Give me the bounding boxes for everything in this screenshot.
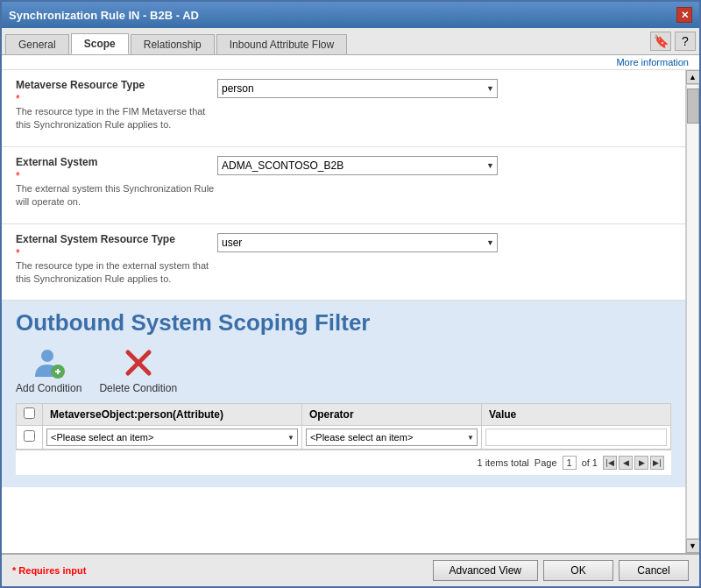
scroll-down-arrow[interactable]: ▼ bbox=[686, 539, 700, 553]
action-bar: Add Condition Delete Condition bbox=[16, 345, 671, 394]
scroll-up-arrow[interactable]: ▲ bbox=[686, 70, 700, 84]
filter-table: MetaverseObject:person(Attribute) Operat… bbox=[16, 403, 671, 450]
scroll-track[interactable] bbox=[686, 84, 699, 539]
cancel-button[interactable]: Cancel bbox=[619, 560, 689, 581]
more-info-link[interactable]: More information bbox=[2, 55, 699, 70]
attribute-select-container: <Please select an item> bbox=[46, 429, 298, 446]
external-system-section: External System * The external system th… bbox=[2, 147, 685, 224]
external-system-resource-type-row: External System Resource Type * The reso… bbox=[16, 233, 671, 292]
tab-icons: 🔖 ? bbox=[650, 32, 696, 54]
delete-condition-icon bbox=[121, 345, 156, 380]
add-condition-svg bbox=[32, 345, 67, 380]
table-header-row: MetaverseObject:person(Attribute) Operat… bbox=[17, 404, 671, 426]
metaverse-resource-type-select[interactable]: person bbox=[217, 79, 498, 98]
tab-relationship[interactable]: Relationship bbox=[131, 34, 215, 54]
window-title: Synchronization Rule IN - B2B - AD bbox=[9, 9, 199, 22]
metaverse-resource-type-section: Metaverse Resource Type * The resource t… bbox=[2, 70, 685, 147]
help-button[interactable]: ? bbox=[675, 32, 696, 51]
external-system-meta: External System * The external system th… bbox=[16, 156, 217, 215]
close-button[interactable]: ✕ bbox=[676, 7, 692, 23]
external-system-required: * bbox=[16, 170, 217, 182]
bottom-bar: * Requires input Advanced View OK Cancel bbox=[2, 553, 699, 586]
external-system-select-container: ADMA_SCONTOSO_B2B bbox=[217, 156, 498, 175]
first-page-button[interactable]: |◀ bbox=[603, 456, 617, 470]
delete-condition-label: Delete Condition bbox=[99, 382, 177, 394]
scrollbar: ▲ ▼ bbox=[685, 70, 699, 553]
ok-button[interactable]: OK bbox=[543, 560, 613, 581]
metaverse-resource-type-select-container: person bbox=[217, 79, 498, 98]
row-checkbox[interactable] bbox=[24, 430, 35, 442]
bottom-buttons: Advanced View OK Cancel bbox=[433, 560, 690, 581]
bookmark-button[interactable]: 🔖 bbox=[650, 32, 671, 51]
external-system-resource-type-required: * bbox=[16, 247, 217, 259]
col-header-value: Value bbox=[481, 404, 670, 426]
add-condition-label: Add Condition bbox=[16, 382, 81, 394]
scoping-filter-section: Outbound System Scoping Filter bbox=[2, 301, 685, 487]
col-header-attribute: MetaverseObject:person(Attribute) bbox=[43, 404, 302, 426]
add-condition-item[interactable]: Add Condition bbox=[16, 345, 81, 394]
delete-condition-svg bbox=[121, 345, 156, 380]
main-content: Metaverse Resource Type * The resource t… bbox=[2, 70, 685, 553]
col-header-operator: Operator bbox=[301, 404, 481, 426]
last-page-button[interactable]: ▶| bbox=[650, 456, 664, 470]
row-checkbox-cell bbox=[17, 426, 43, 450]
page-number: 1 bbox=[563, 456, 577, 470]
operator-select[interactable]: <Please select an item> bbox=[306, 429, 478, 446]
external-system-resource-type-meta: External System Resource Type * The reso… bbox=[16, 233, 217, 292]
external-system-row: External System * The external system th… bbox=[16, 156, 671, 215]
prev-page-button[interactable]: ◀ bbox=[619, 456, 633, 470]
svg-rect-3 bbox=[57, 369, 59, 374]
metaverse-resource-type-label: Metaverse Resource Type bbox=[16, 79, 217, 91]
scroll-thumb[interactable] bbox=[687, 89, 699, 124]
external-system-resource-type-desc: The resource type in the external system… bbox=[16, 259, 217, 287]
advanced-view-button[interactable]: Advanced View bbox=[433, 560, 539, 581]
page-label: Page bbox=[535, 457, 557, 468]
title-bar: Synchronization Rule IN - B2B - AD ✕ bbox=[2, 2, 699, 28]
requires-input-label: * Requires input bbox=[12, 565, 86, 576]
metaverse-resource-type-required: * bbox=[16, 93, 217, 105]
main-window: Synchronization Rule IN - B2B - AD ✕ Gen… bbox=[0, 0, 701, 588]
table-row: <Please select an item> <Please select a… bbox=[17, 426, 671, 450]
external-system-resource-type-select[interactable]: user bbox=[217, 233, 498, 252]
page-nav: |◀ ◀ ▶ ▶| bbox=[603, 456, 664, 470]
external-system-resource-type-select-container: user bbox=[217, 233, 498, 252]
row-operator-cell: <Please select an item> bbox=[301, 426, 481, 450]
svg-point-0 bbox=[41, 350, 53, 362]
operator-select-container: <Please select an item> bbox=[306, 429, 478, 446]
external-system-select[interactable]: ADMA_SCONTOSO_B2B bbox=[217, 156, 498, 175]
pagination-bar: 1 items total Page 1 of 1 |◀ ◀ ▶ ▶| bbox=[16, 450, 671, 475]
tab-scope[interactable]: Scope bbox=[71, 33, 129, 54]
external-system-desc: The external system this Synchronization… bbox=[16, 182, 217, 209]
col-header-checkbox bbox=[17, 404, 43, 426]
metaverse-resource-type-meta: Metaverse Resource Type * The resource t… bbox=[16, 79, 217, 138]
row-value-cell bbox=[481, 426, 670, 450]
of-label: of 1 bbox=[582, 457, 598, 468]
external-system-resource-type-label: External System Resource Type bbox=[16, 233, 217, 245]
metaverse-resource-type-desc: The resource type in the FIM Metaverse t… bbox=[16, 105, 217, 132]
attribute-select[interactable]: <Please select an item> bbox=[46, 429, 298, 446]
external-system-label: External System bbox=[16, 156, 217, 168]
tab-bar: General Scope Relationship Inbound Attri… bbox=[2, 28, 699, 55]
total-items: 1 items total bbox=[478, 457, 529, 468]
metaverse-resource-type-row: Metaverse Resource Type * The resource t… bbox=[16, 79, 671, 138]
scoping-filter-title: Outbound System Scoping Filter bbox=[16, 309, 671, 337]
tab-inbound-attribute-flow[interactable]: Inbound Attribute Flow bbox=[216, 34, 347, 54]
content-area: Metaverse Resource Type * The resource t… bbox=[2, 70, 699, 553]
value-input[interactable] bbox=[485, 429, 667, 446]
row-attribute-cell: <Please select an item> bbox=[43, 426, 302, 450]
delete-condition-item[interactable]: Delete Condition bbox=[99, 345, 177, 394]
tab-general[interactable]: General bbox=[5, 34, 69, 54]
next-page-button[interactable]: ▶ bbox=[634, 456, 648, 470]
add-condition-icon bbox=[32, 345, 67, 380]
external-system-resource-type-section: External System Resource Type * The reso… bbox=[2, 224, 685, 301]
select-all-checkbox[interactable] bbox=[24, 407, 35, 419]
